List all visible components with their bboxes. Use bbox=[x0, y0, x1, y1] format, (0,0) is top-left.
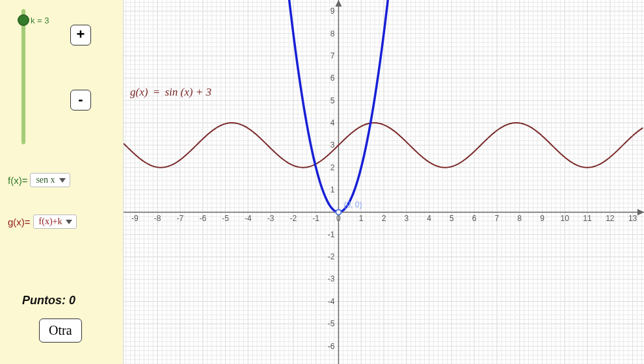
svg-text:10: 10 bbox=[561, 214, 570, 223]
svg-text:11: 11 bbox=[583, 214, 592, 223]
plus-button[interactable]: + bbox=[70, 25, 91, 46]
svg-text:-8: -8 bbox=[154, 214, 161, 223]
g-row: g(x)= f(x)+k bbox=[8, 214, 77, 229]
svg-text:7: 7 bbox=[495, 214, 500, 223]
svg-text:4: 4 bbox=[427, 214, 431, 223]
svg-text:8: 8 bbox=[517, 214, 522, 223]
slider-track[interactable] bbox=[21, 9, 25, 144]
svg-marker-239 bbox=[335, 0, 342, 6]
g-label: g(x)= bbox=[8, 216, 31, 228]
svg-text:-2: -2 bbox=[290, 214, 297, 223]
svg-text:-3: -3 bbox=[267, 214, 275, 223]
svg-text:-1: -1 bbox=[312, 214, 319, 223]
f-label: f(x)= bbox=[8, 175, 27, 186]
svg-text:-5: -5 bbox=[222, 214, 229, 223]
svg-text:3: 3 bbox=[330, 140, 335, 150]
svg-text:-2: -2 bbox=[328, 252, 335, 261]
svg-text:5: 5 bbox=[330, 96, 335, 105]
f-row: f(x)= sen x bbox=[8, 173, 70, 187]
svg-point-278 bbox=[336, 209, 341, 214]
f-select-value: sen x bbox=[36, 175, 55, 185]
svg-text:8: 8 bbox=[330, 29, 335, 38]
svg-text:7: 7 bbox=[330, 51, 335, 60]
chevron-down-icon bbox=[66, 220, 72, 224]
sidebar: k = 3 + - f(x)= sen x g(x)= f(x)+k Punto… bbox=[0, 0, 124, 364]
svg-text:-4: -4 bbox=[328, 297, 335, 306]
svg-marker-238 bbox=[637, 209, 644, 215]
svg-text:-4: -4 bbox=[245, 214, 252, 223]
graph-svg: -9-8-7-6-5-4-3-2-1012345678910111213-6-5… bbox=[124, 0, 644, 364]
svg-text:-1: -1 bbox=[328, 230, 335, 239]
svg-text:9: 9 bbox=[330, 6, 335, 16]
svg-text:1: 1 bbox=[359, 214, 364, 223]
slider-label: k = 3 bbox=[31, 16, 49, 25]
svg-text:4: 4 bbox=[330, 118, 335, 127]
chevron-down-icon bbox=[59, 178, 66, 183]
otra-button[interactable]: Otra bbox=[39, 318, 82, 343]
svg-text:0: 0 bbox=[336, 214, 341, 223]
f-select[interactable]: sen x bbox=[30, 173, 70, 187]
svg-text:3: 3 bbox=[404, 214, 409, 223]
graph-area[interactable]: -9-8-7-6-5-4-3-2-1012345678910111213-6-5… bbox=[124, 0, 644, 364]
svg-text:1: 1 bbox=[330, 185, 335, 194]
svg-text:-6: -6 bbox=[199, 214, 206, 223]
svg-text:6: 6 bbox=[472, 214, 477, 223]
g-select-value: f(x)+k bbox=[39, 216, 62, 227]
minus-button[interactable]: - bbox=[70, 90, 91, 110]
svg-text:2: 2 bbox=[330, 163, 335, 172]
gx-equation: g(x) = sin (x) + 3 bbox=[130, 86, 211, 99]
svg-text:13: 13 bbox=[628, 214, 637, 223]
svg-text:-7: -7 bbox=[177, 214, 184, 223]
g-select[interactable]: f(x)+k bbox=[33, 214, 77, 229]
points-label: Puntos: 0 bbox=[22, 294, 75, 307]
svg-text:2: 2 bbox=[382, 214, 386, 223]
svg-text:5: 5 bbox=[449, 214, 454, 223]
svg-text:9: 9 bbox=[540, 214, 544, 223]
svg-text:-9: -9 bbox=[131, 214, 139, 223]
svg-text:-3: -3 bbox=[328, 274, 335, 283]
slider-handle[interactable] bbox=[18, 14, 29, 26]
svg-text:-6: -6 bbox=[328, 342, 335, 351]
origin-label: (0, 0) bbox=[343, 200, 362, 209]
svg-text:6: 6 bbox=[330, 73, 335, 83]
svg-text:12: 12 bbox=[606, 214, 615, 223]
svg-text:-5: -5 bbox=[328, 319, 335, 328]
